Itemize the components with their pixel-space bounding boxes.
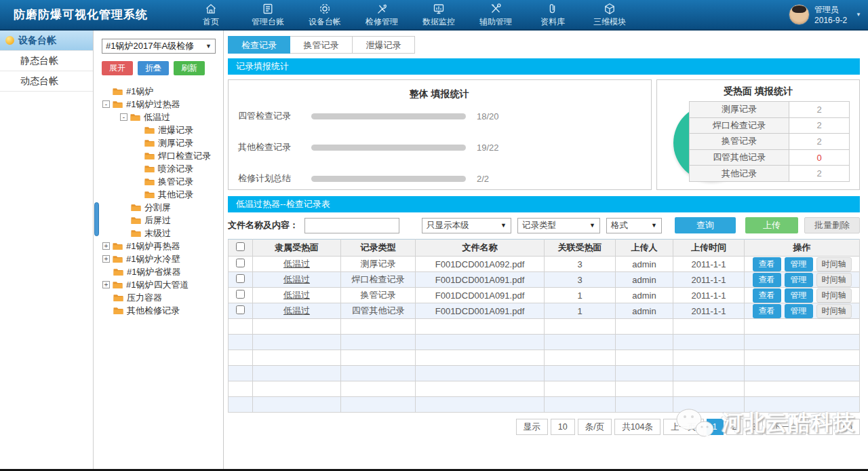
- overall-stats-title: 整体 填报统计: [238, 88, 640, 100]
- tree-node[interactable]: +#1锅炉再热器: [94, 240, 223, 252]
- manage-button[interactable]: 管理: [785, 304, 813, 318]
- manage-button[interactable]: 管理: [785, 257, 813, 271]
- row-checkbox[interactable]: [236, 305, 245, 314]
- sidebar-item-static-ledger[interactable]: 静态台帐: [0, 51, 93, 71]
- expand-toggle-icon[interactable]: +: [102, 255, 110, 263]
- timeline-button[interactable]: 时间轴: [816, 304, 852, 318]
- collapse-toggle-icon[interactable]: -: [120, 113, 127, 121]
- page-button-1[interactable]: 1: [707, 419, 724, 435]
- user-box[interactable]: 管理员 2016-9-2 ▼: [789, 4, 861, 25]
- pagination: 显示 10 条/页 共104条 上一页 1 2 3 下一页 go: [228, 419, 860, 435]
- folder-icon: [113, 255, 123, 263]
- stat-value: 19/22: [477, 143, 499, 153]
- view-button[interactable]: 查看: [753, 273, 781, 287]
- table-row: 换管记录2: [690, 134, 850, 150]
- nav-item-data-monitor[interactable]: 数据监控: [418, 2, 460, 28]
- timeline-button[interactable]: 时间轴: [816, 288, 852, 303]
- surface-link[interactable]: 低温过: [253, 272, 341, 288]
- page-button-3[interactable]: 3: [746, 419, 763, 435]
- tree-node[interactable]: -#1锅炉过热器: [94, 98, 223, 111]
- go-button[interactable]: go: [835, 419, 860, 435]
- surface-link[interactable]: 低温过: [253, 257, 341, 272]
- format-select[interactable]: 格式▼: [606, 218, 662, 233]
- sidebar-item-equipment-ledger[interactable]: 设备台帐: [0, 31, 93, 51]
- stat-line: 四管检查记录 18/20: [238, 110, 640, 122]
- row-checkbox[interactable]: [236, 259, 245, 267]
- expand-button[interactable]: 展开: [102, 61, 133, 75]
- tree-node[interactable]: 末级过: [94, 227, 223, 240]
- app-window: 防磨防爆可视化管理系统 首页 管理台账 设备台帐 检修管理 数据监控: [0, 0, 868, 471]
- tree-node[interactable]: 喷涂记录: [94, 162, 223, 175]
- section-header-record-table: 低温过热器--检查记录表: [228, 196, 860, 212]
- prev-page-button[interactable]: 上一页: [663, 419, 704, 435]
- page-button-2[interactable]: 2: [726, 419, 743, 435]
- tree-node[interactable]: 其他记录: [94, 188, 223, 201]
- timeline-button[interactable]: 时间轴: [816, 257, 852, 271]
- stat-line: 检修计划总结 2/2: [238, 172, 640, 185]
- tab-inspection-records[interactable]: 检查记录: [228, 36, 290, 54]
- nav-item-label: 三维模块: [593, 16, 626, 28]
- tree-node[interactable]: 换管记录: [94, 175, 223, 188]
- tree-node[interactable]: 其他检修记录: [94, 304, 223, 317]
- page-size-select[interactable]: 10: [551, 419, 575, 435]
- view-button[interactable]: 查看: [753, 304, 781, 318]
- next-page-button[interactable]: 下一页: [766, 419, 806, 435]
- nav-item-home[interactable]: 首页: [190, 2, 232, 28]
- select-all-checkbox[interactable]: [236, 242, 245, 251]
- collapse-button[interactable]: 折叠: [138, 61, 169, 75]
- tab-tube-replacement-records[interactable]: 换管记录: [290, 36, 353, 54]
- tree-node[interactable]: 压力容器: [94, 291, 223, 304]
- tree-node[interactable]: 分割屏: [94, 201, 223, 214]
- table-row: 低温过 四管其他记录 F001DCD001A091.pdf 1 admin 20…: [229, 303, 860, 319]
- tree-node[interactable]: 焊口检查记录: [94, 149, 223, 162]
- expand-toggle-icon[interactable]: +: [102, 242, 110, 250]
- folder-icon: [131, 229, 141, 238]
- row-checkbox[interactable]: [236, 290, 245, 299]
- tab-explosion-records[interactable]: 泄爆记录: [353, 36, 415, 54]
- nav-item-aux-manage[interactable]: 辅助管理: [475, 2, 517, 28]
- nav-item-label: 管理台账: [252, 16, 284, 28]
- stat-label: 其他检查记录: [238, 141, 311, 153]
- nav-item-library[interactable]: 资料库: [532, 2, 574, 28]
- nav-item-label: 设备台帐: [309, 16, 341, 28]
- batch-delete-button[interactable]: 批量删除: [804, 217, 860, 233]
- folder-icon: [113, 242, 123, 250]
- folder-icon: [131, 203, 141, 212]
- tree-node[interactable]: 测厚记录: [94, 136, 223, 149]
- expand-toggle-icon[interactable]: +: [102, 281, 110, 288]
- nav-item-label: 资料库: [540, 16, 565, 28]
- table-row-empty: [229, 381, 860, 397]
- collapse-toggle-icon[interactable]: -: [102, 100, 110, 108]
- tree-node[interactable]: 后屏过: [94, 214, 223, 227]
- tree-scrollbar-thumb[interactable]: [94, 202, 99, 236]
- timeline-button[interactable]: 时间轴: [816, 273, 852, 287]
- manage-button[interactable]: 管理: [785, 273, 813, 287]
- table-row: 测厚记录2: [690, 102, 850, 118]
- tree-node[interactable]: -低温过: [94, 111, 223, 124]
- row-checkbox[interactable]: [236, 274, 245, 283]
- tree-node[interactable]: +#1锅炉四大管道: [94, 278, 223, 291]
- file-name-input[interactable]: [304, 218, 399, 233]
- overhaul-version-select[interactable]: #1锅炉2017年A级检修 ▼: [102, 39, 216, 54]
- nav-item-maintenance[interactable]: 检修管理: [361, 2, 403, 28]
- refresh-button[interactable]: 刷新: [174, 61, 205, 75]
- tree-node[interactable]: 泄爆记录: [94, 124, 223, 136]
- view-button[interactable]: 查看: [753, 288, 781, 303]
- record-type-select[interactable]: 记录类型▼: [517, 218, 600, 233]
- tree-node[interactable]: #1锅炉: [94, 85, 223, 98]
- nav-item-ledger[interactable]: 管理台账: [247, 2, 289, 28]
- surface-link[interactable]: 低温过: [253, 303, 341, 319]
- manage-button[interactable]: 管理: [785, 288, 813, 303]
- view-button[interactable]: 查看: [753, 257, 781, 271]
- nav-item-equipment[interactable]: 设备台帐: [304, 2, 346, 28]
- nav-item-3d-module[interactable]: 三维模块: [589, 2, 631, 28]
- surface-link[interactable]: 低温过: [253, 288, 341, 303]
- tree-node[interactable]: +#1锅炉水冷壁: [94, 252, 223, 265]
- level-select[interactable]: 只显示本级▼: [422, 218, 511, 233]
- search-button[interactable]: 查询: [675, 217, 736, 233]
- sidebar-item-dynamic-ledger[interactable]: 动态台帐: [0, 71, 93, 92]
- upload-button[interactable]: 上传: [745, 217, 798, 233]
- tree-node[interactable]: #1锅炉省煤器: [94, 265, 223, 278]
- user-name: 管理员: [814, 4, 847, 16]
- page-jump-input[interactable]: [808, 419, 833, 435]
